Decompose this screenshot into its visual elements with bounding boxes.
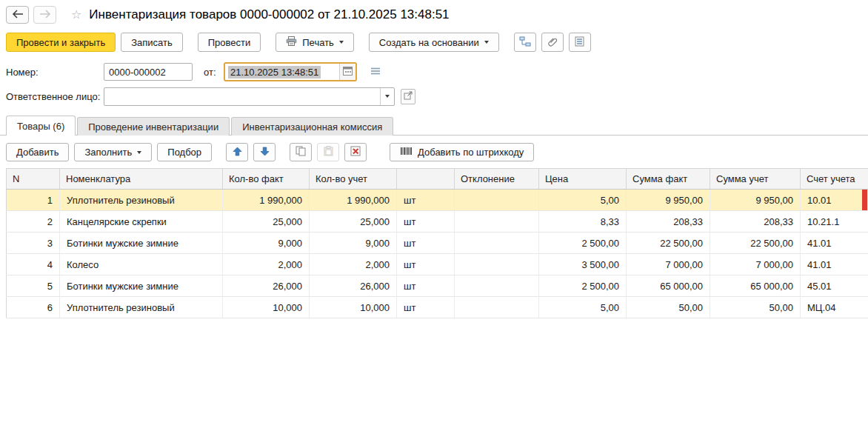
table-cell[interactable]: 1 990,000 <box>310 190 397 211</box>
date-field[interactable]: 21.10.2025 13:48:51 <box>224 62 357 81</box>
table-cell[interactable]: 5,00 <box>539 190 627 211</box>
tab-inventory-process[interactable]: Проведение инвентаризации <box>77 117 230 136</box>
tab-commission[interactable]: Инвентаризационная комиссия <box>231 117 393 136</box>
table-cell[interactable]: 8,33 <box>539 211 627 233</box>
post-button[interactable]: Провести <box>198 33 261 52</box>
table-cell[interactable]: 45.01 <box>801 275 868 297</box>
responsible-input[interactable] <box>104 88 380 105</box>
table-cell[interactable]: 26,000 <box>310 275 397 297</box>
write-button[interactable]: Записать <box>121 33 183 52</box>
table-cell[interactable]: 7 000,00 <box>627 254 710 275</box>
table-row[interactable]: 1Уплотнитель резиновый1 990,0001 990,000… <box>7 190 868 211</box>
move-down-button[interactable] <box>253 143 276 161</box>
col-header-deviation[interactable]: Отклонение <box>455 169 539 190</box>
table-cell[interactable]: 3 <box>7 233 60 254</box>
table-cell[interactable]: Уплотнитель резиновый <box>60 297 223 318</box>
create-on-basis-button[interactable]: Создать на основании <box>369 33 499 52</box>
table-cell[interactable]: 2 <box>7 211 60 233</box>
table-cell[interactable] <box>455 190 539 211</box>
table-cell[interactable]: 9 950,00 <box>627 190 710 211</box>
table-cell[interactable]: 9,000 <box>310 233 397 254</box>
table-cell[interactable]: 5 <box>7 275 60 297</box>
table-cell[interactable]: 9,000 <box>223 233 310 254</box>
col-header-n[interactable]: N <box>7 169 60 190</box>
table-row[interactable]: 2Канцелярские скрепки25,00025,000шт8,332… <box>7 211 868 233</box>
table-cell[interactable]: шт <box>397 190 455 211</box>
table-cell[interactable]: Колесо <box>60 254 223 275</box>
table-row[interactable]: 5Ботинки мужские зимние26,00026,000шт2 5… <box>7 275 868 297</box>
col-header-qty-fact[interactable]: Кол-во факт <box>223 169 310 190</box>
table-cell[interactable]: 41.01 <box>801 254 868 275</box>
table-cell[interactable]: шт <box>397 211 455 233</box>
col-header-sum-acc[interactable]: Сумма учет <box>710 169 801 190</box>
table-cell[interactable]: Канцелярские скрепки <box>60 211 223 233</box>
table-cell[interactable]: МЦ.04 <box>801 297 868 318</box>
paste-row-button[interactable] <box>317 143 339 161</box>
add-by-barcode-button[interactable]: Добавить по штрихкоду <box>390 143 534 161</box>
table-cell[interactable] <box>455 233 539 254</box>
table-cell[interactable] <box>455 297 539 318</box>
copy-row-button[interactable] <box>290 143 312 161</box>
table-cell[interactable]: 25,000 <box>310 211 397 233</box>
forward-button[interactable] <box>33 6 56 24</box>
table-cell[interactable] <box>455 275 539 297</box>
combo-dropdown-button[interactable] <box>380 88 394 105</box>
col-header-qty-acc[interactable]: Кол-во учет <box>310 169 397 190</box>
table-cell[interactable]: шт <box>397 233 455 254</box>
table-cell[interactable]: 208,33 <box>627 211 710 233</box>
table-cell[interactable]: 1 990,000 <box>223 190 310 211</box>
table-cell[interactable]: 10,000 <box>223 297 310 318</box>
add-row-button[interactable]: Добавить <box>6 143 69 161</box>
responsible-combo[interactable] <box>104 87 395 106</box>
table-cell[interactable]: Ботинки мужские зимние <box>60 275 223 297</box>
fill-button[interactable]: Заполнить <box>74 143 152 161</box>
table-cell[interactable]: 50,00 <box>710 297 801 318</box>
open-button[interactable] <box>401 89 415 104</box>
table-cell[interactable]: 4 <box>7 254 60 275</box>
table-cell[interactable]: 22 500,00 <box>627 233 710 254</box>
attachments-button[interactable] <box>541 33 564 52</box>
table-cell[interactable]: 41.01 <box>801 233 868 254</box>
col-header-sum-fact[interactable]: Сумма факт <box>627 169 710 190</box>
table-cell[interactable] <box>455 254 539 275</box>
col-header-nomenclature[interactable]: Номенклатура <box>60 169 223 190</box>
table-cell[interactable]: 65 000,00 <box>710 275 801 297</box>
number-input[interactable] <box>104 63 193 81</box>
table-cell[interactable]: 208,33 <box>710 211 801 233</box>
table-cell[interactable]: 2,000 <box>310 254 397 275</box>
delete-row-button[interactable] <box>344 143 367 161</box>
register-records-button[interactable] <box>569 33 591 52</box>
table-cell[interactable]: 9 950,00 <box>710 190 801 211</box>
table-cell[interactable]: 2 500,00 <box>539 275 627 297</box>
table-cell[interactable]: 3 500,00 <box>539 254 627 275</box>
table-cell[interactable]: 10.21.1 <box>801 211 868 233</box>
table-cell[interactable]: 65 000,00 <box>627 275 710 297</box>
table-cell[interactable]: Ботинки мужские зимние <box>60 233 223 254</box>
table-cell[interactable]: 5,00 <box>539 297 627 318</box>
print-button[interactable]: Печать <box>276 33 354 52</box>
table-cell[interactable]: 2 500,00 <box>539 233 627 254</box>
table-cell[interactable]: шт <box>397 275 455 297</box>
table-row[interactable]: 3Ботинки мужские зимние9,0009,000шт2 500… <box>7 233 868 254</box>
table-cell[interactable]: шт <box>397 297 455 318</box>
tab-goods[interactable]: Товары (6) <box>6 116 76 136</box>
pick-button[interactable]: Подбор <box>157 143 212 161</box>
favorite-star-icon[interactable]: ☆ <box>71 9 81 21</box>
table-cell[interactable]: 1 <box>7 190 60 211</box>
table-cell[interactable]: 2,000 <box>223 254 310 275</box>
col-header-unit[interactable] <box>397 169 455 190</box>
back-button[interactable] <box>6 6 29 24</box>
col-header-account[interactable]: Счет учета <box>801 169 868 190</box>
col-header-price[interactable]: Цена <box>539 169 627 190</box>
table-cell[interactable]: 25,000 <box>223 211 310 233</box>
post-and-close-button[interactable]: Провести и закрыть <box>6 33 116 52</box>
calendar-button[interactable] <box>339 64 355 80</box>
table-cell[interactable]: 10,000 <box>310 297 397 318</box>
table-row[interactable]: 6Уплотнитель резиновый10,00010,000шт5,00… <box>7 297 868 318</box>
table-cell[interactable] <box>455 211 539 233</box>
structure-button[interactable] <box>514 33 536 52</box>
table-cell[interactable]: 50,00 <box>627 297 710 318</box>
table-cell[interactable]: Уплотнитель резиновый <box>60 190 223 211</box>
table-cell[interactable]: 10.01 <box>801 190 868 211</box>
table-row[interactable]: 4Колесо2,0002,000шт3 500,007 000,007 000… <box>7 254 868 275</box>
